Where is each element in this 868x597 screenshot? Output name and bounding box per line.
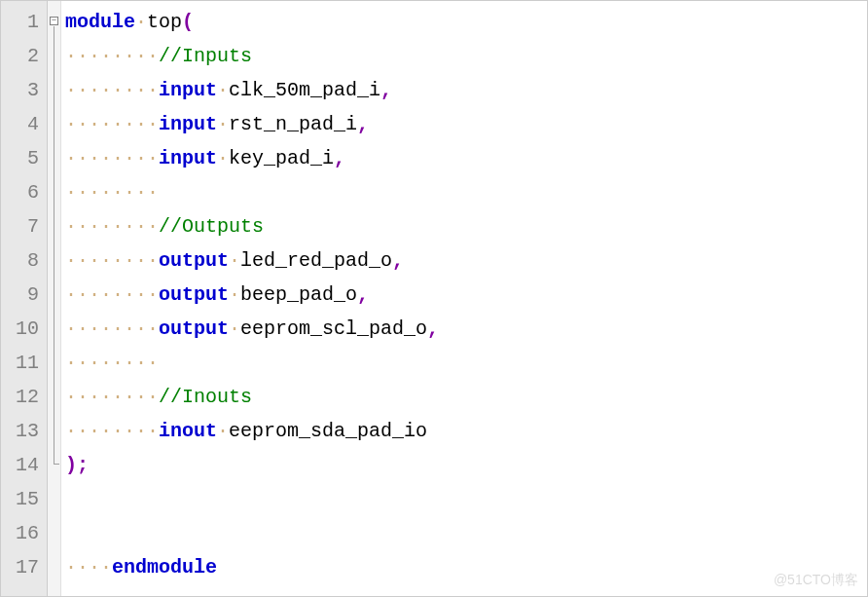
code-editor[interactable]: 1234567891011121314151617 − module·top(·… — [0, 0, 868, 597]
line-number: 5 — [5, 141, 39, 175]
line-number: 14 — [5, 448, 39, 482]
line-number: 10 — [5, 312, 39, 346]
code-line[interactable]: ········inout·eeprom_sda_pad_io — [65, 414, 867, 448]
code-line[interactable]: ········//Inouts — [65, 380, 867, 414]
line-number: 16 — [5, 516, 39, 550]
code-line[interactable]: ); — [65, 448, 867, 482]
line-number: 4 — [5, 107, 39, 141]
fold-guide — [54, 26, 54, 464]
code-line[interactable]: ········output·led_red_pad_o, — [65, 243, 867, 278]
line-number: 13 — [5, 414, 39, 448]
line-number: 12 — [5, 380, 39, 414]
line-number: 7 — [5, 209, 39, 243]
line-number: 9 — [5, 278, 39, 312]
line-number: 8 — [5, 243, 39, 278]
line-number: 17 — [5, 550, 39, 584]
line-number: 3 — [5, 73, 39, 107]
code-line[interactable]: ········ — [65, 175, 867, 209]
code-line[interactable] — [65, 516, 867, 550]
fold-guide-end — [54, 464, 59, 465]
code-line[interactable]: ········ — [65, 346, 867, 380]
line-number: 15 — [5, 482, 39, 516]
code-line[interactable]: ········input·clk_50m_pad_i, — [65, 73, 867, 107]
line-number-gutter: 1234567891011121314151617 — [1, 1, 48, 596]
code-line[interactable]: ····endmodule — [65, 550, 867, 584]
line-number: 1 — [5, 5, 39, 39]
fold-toggle-icon[interactable]: − — [50, 17, 58, 25]
fold-column[interactable]: − — [48, 1, 61, 596]
line-number: 6 — [5, 175, 39, 209]
code-area[interactable]: module·top(········//Inputs········input… — [61, 1, 867, 596]
code-line[interactable]: ········input·key_pad_i, — [65, 141, 867, 175]
line-number: 2 — [5, 39, 39, 73]
watermark: @51CTO博客 — [774, 572, 858, 589]
code-line[interactable] — [65, 482, 867, 516]
code-line[interactable]: module·top( — [65, 5, 867, 39]
line-number: 11 — [5, 346, 39, 380]
code-line[interactable]: ········output·beep_pad_o, — [65, 278, 867, 312]
code-line[interactable]: ········input·rst_n_pad_i, — [65, 107, 867, 141]
code-line[interactable]: ········output·eeprom_scl_pad_o, — [65, 312, 867, 346]
code-line[interactable]: ········//Outputs — [65, 209, 867, 243]
code-line[interactable]: ········//Inputs — [65, 39, 867, 73]
